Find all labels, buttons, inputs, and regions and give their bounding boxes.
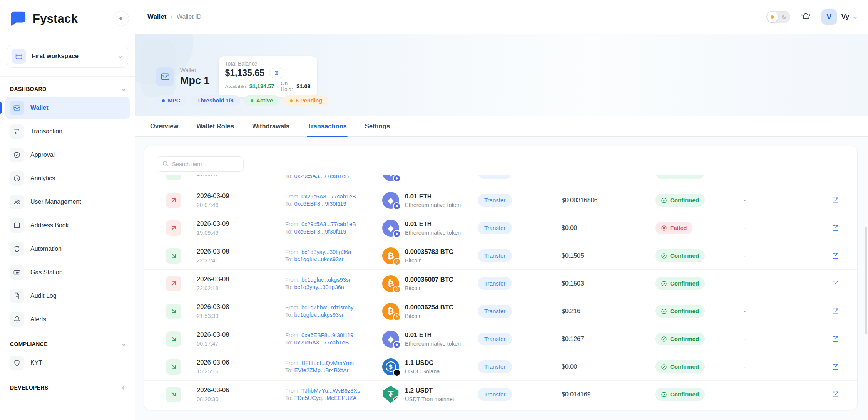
badge-mpc: MPC [156,95,186,106]
to-address-link[interactable]: bc1qgluv...ukgs93sr [294,312,343,318]
from-address-link[interactable]: 0xe6EBF8...9f30f119 [301,332,353,338]
sidebar-item-audit-log[interactable]: Audit Log [5,285,130,307]
transactions-card: 20:08:47 From: To: 0x29c5A3...77cab1eB ◆… [144,146,858,410]
external-link-icon[interactable] [832,391,839,398]
tx-network: Bitcoin [405,313,453,319]
workspace-name: First workspace [32,53,114,60]
external-link-icon[interactable] [832,280,839,287]
status-badge: Confirmed [655,305,705,318]
wallet-type-label: Wallet [180,67,210,73]
app-title: Fystack [33,12,78,26]
vertical-scrollbar[interactable] [865,227,867,334]
coin-glyph: ◆ [388,175,394,177]
external-link-icon[interactable] [832,224,839,232]
tx-date: 2026-03-06 [197,386,285,394]
section-dashboard[interactable]: DASHBOARD [0,77,135,97]
sun-icon [767,12,778,22]
wallet-tabs: Overview Wallet Roles Withdrawals Transa… [135,116,868,137]
user-name: Vy [841,13,849,21]
workspace-selector[interactable]: First workspace [7,45,128,68]
total-balance-label: Total Balance [225,60,311,67]
direction-badge [166,276,181,291]
external-link-icon[interactable] [832,363,839,370]
from-address-link[interactable]: 0x29c5A3...77cab1eB [301,193,356,200]
to-address-link[interactable]: TDn5UCyq...MeEEPUZA [294,395,356,401]
sidebar-item-analytics[interactable]: Analytics [5,167,130,190]
sidebar-item-kyt[interactable]: KYT [5,352,130,374]
sidebar-item-address-book[interactable]: Address Book [5,214,130,237]
network-sub-badge: ₿ [393,313,401,321]
tx-usd-value: $0.216 [562,308,655,315]
tx-amount: 1.2 USDT [405,387,454,394]
to-address-link[interactable]: 0xe6EBF8...9f30f119 [294,201,346,207]
transfer-arrows-icon [10,124,24,139]
table-row: 2026-03-09 20:07:46 From: 0x29c5A3...77c… [144,186,857,214]
tx-usd-value: $0.00 [562,363,655,370]
tab-wallet-roles[interactable]: Wallet Roles [196,116,234,136]
check-circle-icon [661,175,667,176]
tx-extra: - [744,280,832,287]
from-address-link[interactable]: bc1qgluv...ukgs93sr [301,277,351,283]
tab-settings[interactable]: Settings [365,116,390,136]
external-link-icon[interactable] [832,335,839,343]
direction-badge [166,193,181,208]
arrow-up-right-icon [170,280,177,287]
from-address-link[interactable]: 0x29c5A3...77cab1eB [301,221,356,227]
sidebar-item-transaction[interactable]: Transaction [5,120,130,143]
section-developers[interactable]: DEVELOPERS [0,375,135,395]
status-badge: Confirmed [655,360,705,373]
to-address-link[interactable]: 0x29c5A3...77cab1eB [294,175,349,179]
badge-pending[interactable]: 6 Pending [284,95,328,106]
to-address-link[interactable]: 0x29c5A3...77cab1eB [294,339,349,346]
fystack-logo-icon [9,9,27,29]
user-menu[interactable]: V Vy [821,9,856,25]
sidebar-item-wallet[interactable]: Wallet [5,97,130,119]
to-address-link[interactable]: bc1qgluv...ukgs93sr [294,256,343,262]
tab-transactions[interactable]: Transactions [308,116,347,136]
check-circle-icon [661,308,667,314]
from-address-link[interactable]: TJhbM7Yu...WvB9z3Xs [301,388,360,394]
tab-overview[interactable]: Overview [150,116,178,136]
to-address-link[interactable]: EVfe2ZMp...Br4BXtAr [294,367,348,373]
status-badge: Confirmed [655,249,705,262]
table-row: 2026-03-08 00:17:47 From: 0xe6EBF8...9f3… [144,325,857,353]
toggle-balance-visibility-button[interactable] [269,68,284,78]
from-address-link[interactable]: bc1q3yay...30ttg36a [301,249,351,255]
from-address-link[interactable]: DFtftLet...QvMmYrmj [301,360,354,366]
sidebar-item-alerts[interactable]: Alerts [5,308,130,331]
check-circle-icon [661,197,667,203]
external-link-icon[interactable] [832,197,839,204]
tx-extra: - [744,336,832,342]
sidebar-item-automation[interactable]: Automation [5,238,130,260]
from-address-link[interactable]: bc1q7hhw...rdzlsmhy [301,304,353,311]
tx-usd-value: $0.014169 [562,391,655,398]
to-label: To: [285,201,293,207]
coin-icon: ₿ ₿ [382,303,399,320]
external-link-icon[interactable] [832,175,839,176]
arrow-up-right-icon [170,197,177,204]
tx-type-badge: Transfer [478,388,512,401]
notifications-bell-icon[interactable] [801,12,811,22]
tx-amount: 0.01 ETH [405,331,461,339]
to-address-link[interactable]: 0xe6EBF8...9f30f119 [294,228,346,235]
sidebar-item-user-management[interactable]: User Management [5,191,130,213]
status-badge: Confirmed [655,388,705,401]
sidebar-item-gas-station[interactable]: Gas Station [5,261,130,284]
sidebar-item-approval[interactable]: Approval [5,144,130,166]
sidebar-collapse-button[interactable] [114,11,129,26]
tx-extra: - [744,391,832,398]
breadcrumb-wallet[interactable]: Wallet [147,13,166,21]
search-icon [162,160,169,168]
breadcrumb-wallet-id: Wallet ID [177,13,201,20]
to-address-link[interactable]: bc1q3yay...30ttg36a [294,284,344,290]
search-input[interactable] [172,161,238,167]
status-badge: Confirmed [655,277,705,290]
tx-date: 2026-03-09 [197,192,285,200]
from-label: From: [285,304,300,311]
network-sub-badge: ◆ [393,230,401,238]
section-compliance[interactable]: COMPLIANCE [0,332,135,352]
external-link-icon[interactable] [832,307,839,315]
tab-withdrawals[interactable]: Withdrawals [252,116,289,136]
external-link-icon[interactable] [832,252,839,259]
theme-toggle[interactable] [766,11,790,23]
